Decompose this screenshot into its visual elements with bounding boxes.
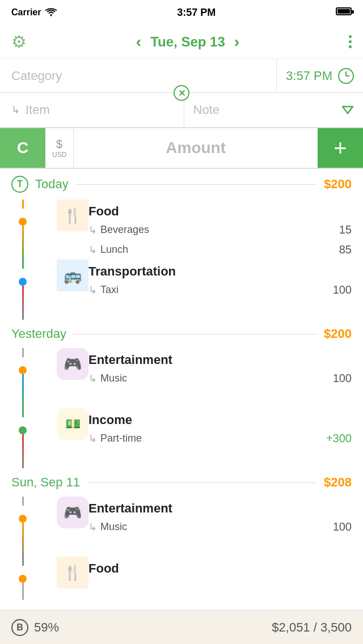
- table-row[interactable]: ↳ Lunch 85: [88, 240, 352, 260]
- category-food-sep11: 🍴 Food: [0, 557, 363, 600]
- tl-line-food: [22, 226, 24, 260]
- entry-arrow-icon: ↳: [88, 284, 97, 296]
- add-icon: +: [334, 135, 347, 161]
- food-category-name: Food: [88, 200, 352, 220]
- more-dot-3: [349, 45, 352, 48]
- bottom-bar: B 59% $2,051 / 3,500: [0, 610, 363, 644]
- item-placeholder: Item: [26, 103, 50, 117]
- table-row[interactable]: ↳ Beverages 15: [88, 220, 352, 240]
- table-row[interactable]: ↳ Music 100: [88, 368, 352, 388]
- note-placeholder: Note: [193, 103, 220, 117]
- budget-percentage: 59%: [34, 620, 59, 635]
- tl-line-entertainment: [22, 374, 24, 408]
- battery-container: [336, 7, 352, 18]
- top-nav: ⚙ ‹ Tue, Sep 13 ›: [0, 25, 363, 59]
- timeline-entertainment: [0, 348, 45, 408]
- nav-title: ‹ Tue, Sep 13 ›: [136, 33, 239, 51]
- entry-name-beverages: ↳ Beverages: [88, 224, 149, 236]
- currency-usd-box[interactable]: $ USD: [45, 128, 74, 168]
- tl-line-entertainment-sep11: [22, 523, 24, 557]
- category-placeholder: Category: [11, 69, 62, 83]
- day-divider-sep11: [87, 482, 317, 483]
- currency-letter: C: [17, 139, 28, 157]
- tl-dot-income: [19, 426, 27, 434]
- day-divider-yesterday: [73, 334, 317, 334]
- entry-name-lunch: ↳ Lunch: [88, 244, 128, 256]
- day-label-sep11: Sun, Sep 11: [11, 475, 80, 490]
- entry-arrow-icon: ↳: [88, 224, 97, 236]
- category-entertainment: 🎮 Entertainment ↳ Music 100: [0, 348, 363, 408]
- transport-category-name: Transportation: [88, 260, 352, 280]
- category-transportation: 🚌 Transportation ↳ Taxi 100: [0, 260, 363, 320]
- more-dot-1: [349, 35, 352, 38]
- input-row-item-note: ✕ ↳ Item Note: [0, 93, 363, 127]
- dropdown-icon: [341, 105, 354, 115]
- food-category-icon: 🍴: [57, 200, 88, 231]
- category-food: 🍴 Food ↳ Beverages 15 ↳ Lunch 85: [0, 200, 363, 260]
- time-input[interactable]: 3:57 PM: [277, 68, 363, 84]
- clear-button[interactable]: ✕: [174, 85, 189, 101]
- food-sep11-entries: Food: [88, 557, 363, 577]
- amount-input[interactable]: Amount: [74, 139, 318, 157]
- entry-name-music: ↳ Music: [88, 372, 127, 385]
- today-marker: T: [11, 176, 28, 193]
- item-input[interactable]: ↳ Item: [0, 93, 184, 127]
- entry-name-parttime: ↳ Part-time: [88, 433, 142, 445]
- income-category-icon: 💵: [57, 408, 88, 440]
- entry-name-music-sep11: ↳ Music: [88, 521, 127, 533]
- time-value: 3:57 PM: [286, 69, 332, 83]
- entry-arrow-icon: ↳: [88, 372, 97, 385]
- day-total-yesterday: $200: [324, 327, 352, 341]
- tl-dot-transport: [19, 278, 27, 286]
- entry-name-taxi: ↳ Taxi: [88, 284, 119, 296]
- day-label-yesterday: Yesterday: [11, 327, 66, 341]
- tl-top-entertainment: [22, 348, 24, 357]
- table-row[interactable]: ↳ Taxi 100: [88, 280, 352, 300]
- transaction-list: T Today $200 🍴 Food ↳ Beverages 15: [0, 169, 363, 634]
- day-total-today: $200: [324, 177, 352, 192]
- prev-button[interactable]: ‹: [136, 33, 141, 51]
- entry-amount-taxi: 100: [333, 283, 352, 296]
- more-menu-button[interactable]: [349, 35, 352, 48]
- timeline-food-sep11: [0, 557, 45, 600]
- amount-bar: C $ USD Amount +: [0, 128, 363, 169]
- day-total-sep11: $208: [324, 475, 352, 490]
- table-row[interactable]: ↳ Part-time +300: [88, 429, 352, 448]
- carrier-label: Carrier: [11, 7, 41, 18]
- item-arrow-icon: ↳: [11, 104, 20, 116]
- table-row[interactable]: ↳ Music 100: [88, 517, 352, 537]
- entry-amount-parttime: +300: [326, 432, 352, 445]
- status-time: 3:57 PM: [177, 7, 216, 19]
- income-category-name: Income: [88, 408, 352, 429]
- food-sep11-name: Food: [88, 557, 352, 577]
- svg-marker-1: [343, 107, 353, 113]
- entertainment-entries: Entertainment ↳ Music 100: [88, 348, 363, 388]
- budget-icon: B: [11, 619, 28, 636]
- tl-line-income: [22, 434, 24, 468]
- today-letter: T: [17, 179, 23, 189]
- timeline-income: [0, 408, 45, 468]
- tl-dot-food-sep11: [19, 575, 27, 583]
- entertainment-category-name: Entertainment: [88, 348, 352, 368]
- entertainment-category-icon: 🎮: [57, 348, 88, 380]
- category-entertainment-sep11: 🎮 Entertainment ↳ Music 100: [0, 497, 363, 557]
- battery-icon: [336, 7, 352, 15]
- tl-dot-food: [19, 218, 27, 226]
- category-input[interactable]: Category: [0, 59, 277, 92]
- gear-icon[interactable]: ⚙: [11, 32, 27, 52]
- entry-arrow-icon: ↳: [88, 521, 97, 533]
- add-button[interactable]: +: [318, 128, 363, 168]
- tl-dot-entertainment: [19, 366, 27, 374]
- note-input[interactable]: Note: [184, 93, 364, 127]
- timeline-food: [0, 200, 45, 260]
- next-button[interactable]: ›: [234, 33, 239, 51]
- tl-line-top-food: [22, 200, 24, 209]
- tl-dot-entertainment-sep11: [19, 515, 27, 523]
- transport-category-icon: 🚌: [57, 260, 88, 291]
- income-entries: Income ↳ Part-time +300: [88, 408, 363, 448]
- status-bar-left: Carrier: [11, 7, 57, 18]
- currency-toggle-button[interactable]: C: [0, 128, 45, 168]
- status-bar: Carrier 3:57 PM: [0, 0, 363, 25]
- entry-arrow-icon: ↳: [88, 244, 97, 256]
- wifi-icon: [45, 8, 57, 17]
